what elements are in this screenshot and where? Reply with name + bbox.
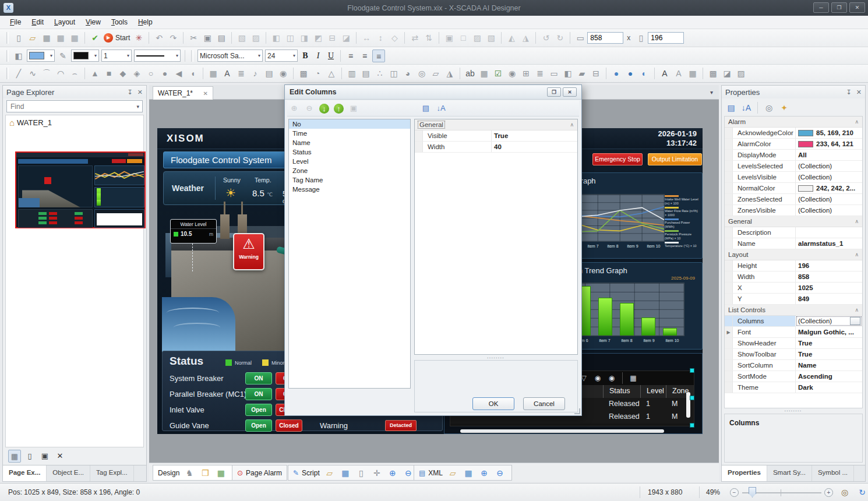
align-left-icon[interactable]: ◧ [270, 31, 283, 44]
open-button[interactable]: Open [245, 419, 272, 432]
xml-zoom-out-icon[interactable]: ⊖ [493, 467, 506, 479]
align-middle-icon[interactable]: ⊟ [326, 31, 338, 44]
open-button[interactable]: Open [245, 404, 272, 416]
image-tool-icon[interactable]: ▦ [207, 67, 220, 80]
refresh-icon[interactable]: ↻ [856, 486, 868, 499]
property-value[interactable]: alarmstatus_1 [796, 238, 862, 249]
property-value[interactable]: 233, 64, 121 [796, 139, 862, 149]
new-page-icon[interactable]: ▯ [23, 450, 36, 463]
flip-horizontal-icon[interactable]: ◭ [505, 31, 518, 44]
area-chart-icon[interactable]: ▱ [429, 67, 442, 80]
script-zoom-out-icon[interactable]: ⊖ [402, 467, 415, 479]
text-align-center-icon[interactable]: ≡ [358, 50, 371, 62]
property-value[interactable]: 242, 242, 2... [796, 183, 862, 193]
list-horizontal-scrollbar[interactable] [460, 429, 664, 433]
camera-tool-icon[interactable]: ◉ [277, 67, 290, 80]
smart-wizard-icon[interactable]: ✦ [778, 101, 791, 114]
fill-color-icon[interactable]: ◧ [12, 50, 25, 62]
zoom-slider-thumb[interactable] [749, 487, 756, 498]
bar-chart-icon[interactable]: ▤ [359, 67, 372, 80]
save-as-icon[interactable]: ▦ [54, 31, 67, 44]
delete-page-icon[interactable]: ✕ [54, 450, 66, 463]
table-widget-icon[interactable]: ⊞ [520, 67, 532, 80]
categorized-view-icon[interactable]: ▤ [419, 102, 432, 115]
tab-object-explorer[interactable]: Object E... [47, 465, 90, 481]
zoom-100-icon[interactable]: ◎ [838, 486, 851, 499]
move-down-icon[interactable]: ↓ [319, 104, 329, 114]
ok-button[interactable]: OK [472, 397, 514, 410]
column-list-item[interactable]: Name [289, 138, 410, 147]
find-combobox[interactable]: ▾ [6, 100, 143, 112]
triangle-shape-icon[interactable]: ▲ [89, 67, 101, 80]
selection-handle[interactable] [690, 396, 694, 400]
underline-button[interactable]: U [324, 50, 337, 62]
property-value[interactable]: 849 [796, 294, 862, 304]
redo-icon[interactable]: ↷ [167, 31, 179, 44]
close-icon[interactable]: ✕ [856, 89, 862, 96]
closed-button[interactable]: Closed [276, 419, 302, 432]
pie-arc-shape-icon[interactable]: ◖ [186, 67, 199, 80]
font-size-dropdown[interactable]: 24 ▾ [265, 50, 298, 62]
save-icon[interactable]: ▦ [40, 31, 53, 44]
copy-icon[interactable]: ▣ [201, 31, 214, 44]
property-row[interactable]: ShowHeaderTrue [725, 338, 862, 349]
property-value[interactable]: Dark [796, 382, 862, 393]
text-align-right-icon[interactable]: ≡ [372, 50, 385, 62]
align-right-icon[interactable]: ◨ [298, 31, 310, 44]
column-list-item[interactable]: Tag Name [289, 175, 410, 185]
collapse-icon[interactable]: ∧ [855, 252, 859, 257]
scatter-chart-icon[interactable]: ∴ [373, 67, 386, 80]
property-value[interactable] [796, 227, 862, 238]
settings-gear-icon[interactable]: ✳ [132, 31, 145, 44]
collapse-icon[interactable]: ∧ [570, 122, 574, 128]
property-row[interactable]: Width40 [415, 142, 577, 153]
property-row[interactable]: Namealarmstatus_1 [725, 238, 862, 249]
property-value[interactable]: 40 [492, 142, 577, 152]
categorized-view-icon[interactable]: ▤ [725, 101, 738, 114]
menu-item[interactable]: Layout [49, 16, 80, 28]
property-row[interactable]: Height196 [725, 260, 862, 271]
arrow-shape-icon[interactable]: ◀ [172, 67, 185, 80]
menu-item[interactable]: View [80, 16, 106, 28]
minimize-icon[interactable]: ─ [813, 2, 829, 13]
object-height-input[interactable] [648, 32, 684, 44]
sort-alphabetical-icon[interactable]: ↓A [435, 102, 447, 115]
tab-smart-symbol[interactable]: Smart Sy... [767, 465, 812, 481]
candle-chart-icon[interactable]: ◫ [387, 67, 400, 80]
property-value[interactable]: True [796, 338, 862, 348]
property-value[interactable]: 858 [796, 271, 862, 282]
open-file-icon[interactable]: ▱ [26, 31, 39, 44]
thumbnail-view-icon[interactable]: ▦ [8, 450, 21, 463]
property-row[interactable]: ShowToolbarTrue [725, 349, 862, 360]
video-tool-icon[interactable]: ▤ [263, 67, 276, 80]
flip-vertical-icon[interactable]: ◮ [519, 31, 532, 44]
globe-alt-widget-icon[interactable]: ● [624, 67, 637, 80]
zoom-out-button[interactable]: − [730, 488, 739, 497]
property-group[interactable]: Layout∧ [725, 249, 862, 260]
property-row[interactable]: Width858 [725, 271, 862, 283]
property-value[interactable]: (Collection) [796, 161, 862, 171]
fill-color-dropdown[interactable]: ▾ [27, 50, 55, 62]
property-value[interactable]: 196 [796, 260, 862, 271]
tree-item-water-1[interactable]: ⌂ WATER_1 [6, 115, 143, 130]
column-list-item[interactable]: Message [289, 185, 410, 194]
on-button[interactable]: ON [245, 388, 272, 400]
property-value[interactable]: (Collection) [796, 316, 862, 326]
closed-curve-tool-icon[interactable]: ◠ [54, 67, 67, 80]
grid-widget-icon[interactable]: ▦ [686, 67, 699, 80]
tab-list-chevron-icon[interactable]: ▾ [710, 89, 713, 96]
cut-icon[interactable]: ✂ [187, 31, 200, 44]
property-row[interactable]: ZonesSelected(Collection) [725, 194, 862, 205]
sound-tool-icon[interactable]: ♪ [249, 67, 262, 80]
tab-properties[interactable]: Properties [722, 465, 767, 481]
dialog-maximize-icon[interactable]: ❐ [547, 87, 561, 97]
script-save-icon[interactable]: ▦ [339, 467, 352, 479]
resize-grip[interactable] [574, 408, 580, 414]
tag-view-icon[interactable]: ❒ [199, 467, 211, 479]
emergency-stop-button[interactable]: Emergency Stop [592, 153, 643, 165]
page-thumbnail[interactable] [15, 151, 146, 228]
property-row[interactable]: ▶FontMalgun Gothic, ... [725, 327, 862, 338]
close-icon[interactable]: ✕ [137, 89, 143, 96]
rectangle-shape-icon[interactable]: ■ [103, 67, 115, 80]
tab-symbol[interactable]: Symbol ... [812, 465, 854, 481]
